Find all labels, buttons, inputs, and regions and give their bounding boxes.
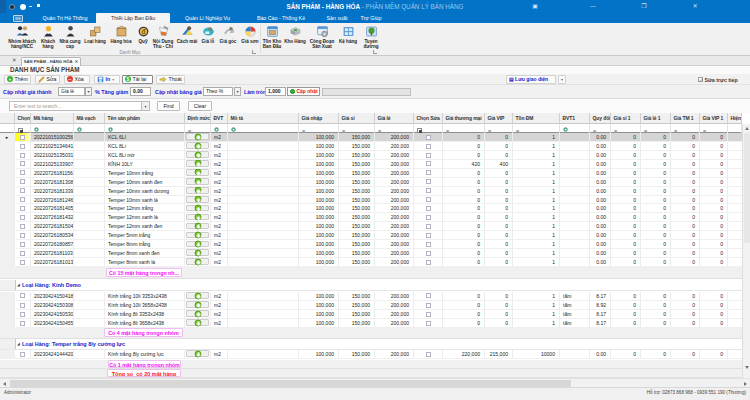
svg-text:đ: đ	[141, 28, 145, 35]
